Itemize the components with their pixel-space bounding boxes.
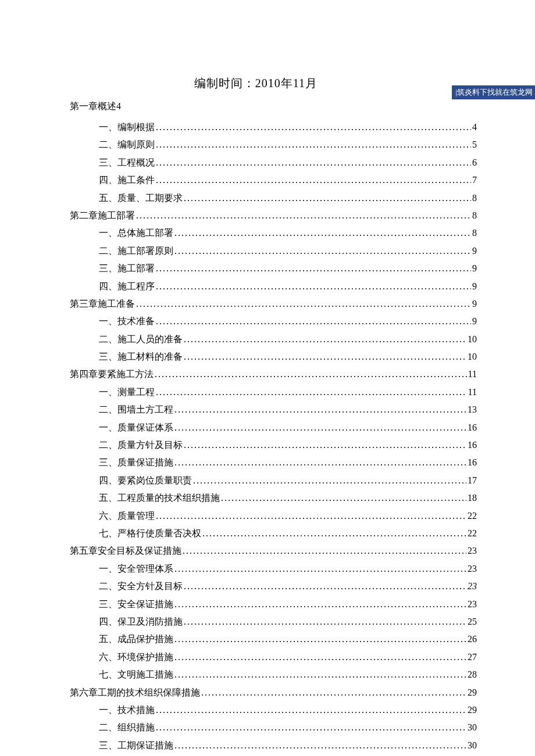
toc-sub-row: 四、施工程序9 <box>99 278 477 295</box>
toc-sub-row: 四、施工条件7 <box>99 171 477 189</box>
toc-sub-row: 二、施工人员的准备10 <box>99 331 477 348</box>
toc-sub-row: 二、安全方针及目标23 <box>99 578 477 595</box>
toc-sub-row: 一、编制根据4 <box>99 119 477 136</box>
toc-entry-label: 一、编制根据 <box>99 119 155 136</box>
toc-entry-label: 第四章要紧施工方法 <box>70 366 154 383</box>
toc-entry-label: 三、质量保证措施 <box>99 454 173 471</box>
toc-leader-dots <box>184 613 466 630</box>
toc-page-number: 10 <box>468 331 477 348</box>
toc-leader-dots <box>183 542 466 560</box>
toc-page-number: 22 <box>468 525 477 542</box>
toc-entry-label: 二、围墙土方工程 <box>99 401 173 418</box>
toc-entry-label: 七、严格行使质量否决权 <box>99 525 201 542</box>
toc-leader-dots <box>202 525 466 542</box>
toc-entry-label: 第五章安全目标及保证措施 <box>70 542 181 560</box>
toc-entry-label: 二、组织措施 <box>99 719 155 736</box>
first-chapter-heading: 第一章概述4 <box>70 101 477 113</box>
toc-page-number: 9 <box>472 278 477 295</box>
toc-sub-row: 六、环境保护措施27 <box>99 648 477 666</box>
toc-page-number: 23 <box>468 542 477 560</box>
toc-page-number: 23 <box>468 578 477 595</box>
document-page: 编制时间：2010年11月 第一章概述4 一、编制根据4二、编制原则5三、工程概… <box>0 0 535 756</box>
toc-sub-row: 三、质量保证措施16 <box>99 454 477 471</box>
toc-page-number: 9 <box>472 313 477 330</box>
toc-sub-row: 二、围墙土方工程13 <box>99 401 477 418</box>
toc-page-number: 10 <box>468 348 477 366</box>
toc-leader-dots <box>184 578 466 595</box>
toc-entry-label: 一、总体施工部署 <box>99 224 173 242</box>
toc-page-number: 9 <box>472 260 477 277</box>
toc-sub-row: 三、安全保证措施23 <box>99 596 477 613</box>
toc-sub-row: 二、质量方针及目标16 <box>99 436 477 454</box>
toc-entry-label: 一、技术准备 <box>99 313 155 330</box>
toc-leader-dots <box>174 648 466 666</box>
toc-sub-row: 六、质量管理22 <box>99 507 477 525</box>
toc-entry-label: 第三章施工准备 <box>70 295 135 313</box>
toc-page-number: 4 <box>472 119 477 136</box>
toc-leader-dots <box>156 507 466 525</box>
toc-leader-dots <box>174 401 466 418</box>
toc-entry-label: 三、工程概况 <box>99 154 155 171</box>
toc-page-number: 30 <box>468 719 477 736</box>
toc-sub-row: 二、组织措施30 <box>99 719 477 736</box>
toc-entry-label: 七、文明施工措施 <box>99 666 173 683</box>
toc-page-number: 27 <box>468 648 477 666</box>
toc-leader-dots <box>184 189 471 207</box>
toc-entry-label: 二、质量方针及目标 <box>99 436 183 454</box>
toc-page-number: 30 <box>468 737 477 754</box>
toc-leader-dots <box>174 224 471 242</box>
toc-sub-row: 一、安全管理体系23 <box>99 560 477 578</box>
toc-page-number: 8 <box>472 207 477 224</box>
toc-entry-label: 二、施工部署原则 <box>99 242 173 260</box>
toc-entry-label: 四、施工程序 <box>99 278 155 295</box>
watermark-badge: |筑炎料下找就在筑龙网 <box>452 85 535 99</box>
toc-leader-dots <box>174 737 466 754</box>
toc-leader-dots <box>174 596 466 613</box>
toc-sub-row: 一、质量保证体系16 <box>99 419 477 436</box>
toc-page-number: 23 <box>468 596 477 613</box>
toc-leader-dots <box>193 472 466 489</box>
toc-sub-row: 一、技术措施29 <box>99 701 477 719</box>
toc-leader-dots <box>184 348 466 366</box>
toc-sub-row: 三、施工材料的准备10 <box>99 348 477 366</box>
toc-leader-dots <box>184 331 466 348</box>
toc-page-number: 9 <box>472 295 477 313</box>
toc-page-number: 16 <box>468 436 477 454</box>
toc-entry-label: 六、质量管理 <box>99 507 155 525</box>
table-of-contents: 一、编制根据4二、编制原则5三、工程概况6四、施工条件7五、质量、工期要求8第二… <box>70 119 477 756</box>
toc-sub-row: 五、工程质量的技术组织措施18 <box>99 489 477 507</box>
toc-entry-label: 三、工期保证措施 <box>99 737 173 754</box>
toc-leader-dots <box>156 313 471 330</box>
toc-entry-label: 四、保卫及消防措施 <box>99 613 183 630</box>
toc-page-number: 13 <box>468 401 477 418</box>
toc-page-number: 25 <box>468 613 477 630</box>
toc-page-number: 29 <box>468 701 477 719</box>
toc-chapter-row: 第二章施工部署8 <box>70 207 477 224</box>
toc-leader-dots <box>136 207 471 224</box>
toc-leader-dots <box>201 684 466 701</box>
toc-entry-label: 二、编制原则 <box>99 136 155 153</box>
toc-sub-row: 七、文明施工措施28 <box>99 666 477 683</box>
toc-leader-dots <box>156 260 471 277</box>
toc-entry-label: 一、测量工程 <box>99 384 155 401</box>
toc-entry-label: 四、施工条件 <box>99 171 155 189</box>
toc-page-number: 17 <box>468 472 477 489</box>
toc-page-number: 8 <box>472 224 477 242</box>
toc-leader-dots <box>174 666 466 683</box>
toc-page-number: 9 <box>472 242 477 260</box>
toc-page-number: 28 <box>468 666 477 683</box>
toc-leader-dots <box>156 171 471 189</box>
compilation-date-title: 编制时间：2010年11月 <box>35 76 477 91</box>
toc-entry-label: 第六章工期的技术组织保障措施 <box>70 684 200 701</box>
toc-sub-row: 四、要紧岗位质量职责17 <box>99 472 477 489</box>
toc-sub-row: 三、施工部署9 <box>99 260 477 277</box>
toc-page-number: 6 <box>472 154 477 171</box>
toc-sub-row: 二、编制原则5 <box>99 136 477 153</box>
toc-leader-dots <box>156 384 467 401</box>
toc-leader-dots <box>174 630 466 648</box>
toc-page-number: 23 <box>468 560 477 578</box>
toc-sub-row: 五、成品保护措施26 <box>99 630 477 648</box>
toc-sub-row: 五、质量、工期要求8 <box>99 189 477 207</box>
toc-page-number: 16 <box>468 419 477 436</box>
toc-entry-label: 三、施工部署 <box>99 260 155 277</box>
